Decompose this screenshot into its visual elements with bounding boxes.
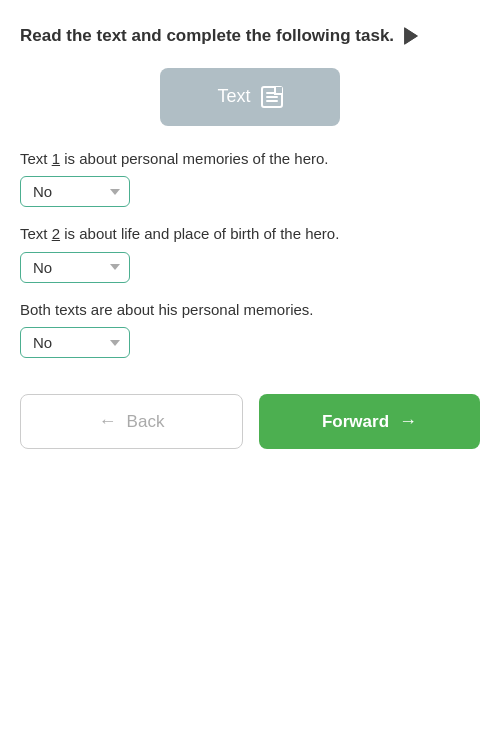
text-button[interactable]: Text xyxy=(160,68,340,126)
document-icon xyxy=(261,86,283,108)
answer-select-1[interactable]: No Yes xyxy=(20,176,130,207)
question-block-2: Text 2 is about life and place of birth … xyxy=(20,223,480,283)
question-text-2: Text 2 is about life and place of birth … xyxy=(20,223,480,246)
question-text-3: Both texts are about his personal memori… xyxy=(20,299,480,322)
back-label: Back xyxy=(127,412,165,432)
text-button-container: Text xyxy=(20,68,480,126)
answer-wrapper-1: No Yes xyxy=(20,176,130,207)
answer-select-3[interactable]: No Yes xyxy=(20,327,130,358)
instruction-label: Read the text and complete the following… xyxy=(20,24,394,48)
back-button[interactable]: ← Back xyxy=(20,394,243,449)
back-arrow-icon: ← xyxy=(99,411,117,432)
forward-arrow-icon: → xyxy=(399,411,417,432)
forward-button[interactable]: Forward → xyxy=(259,394,480,449)
text-button-label: Text xyxy=(217,86,250,107)
answer-select-2[interactable]: No Yes xyxy=(20,252,130,283)
question-text-1: Text 1 is about personal memories of the… xyxy=(20,148,480,171)
audio-icon[interactable] xyxy=(400,25,422,47)
instruction-text: Read the text and complete the following… xyxy=(20,24,480,48)
question-block-1: Text 1 is about personal memories of the… xyxy=(20,148,480,208)
forward-label: Forward xyxy=(322,412,389,432)
nav-row: ← Back Forward → xyxy=(20,394,480,449)
answer-wrapper-3: No Yes xyxy=(20,327,130,358)
question-block-3: Both texts are about his personal memori… xyxy=(20,299,480,359)
answer-wrapper-2: No Yes xyxy=(20,252,130,283)
